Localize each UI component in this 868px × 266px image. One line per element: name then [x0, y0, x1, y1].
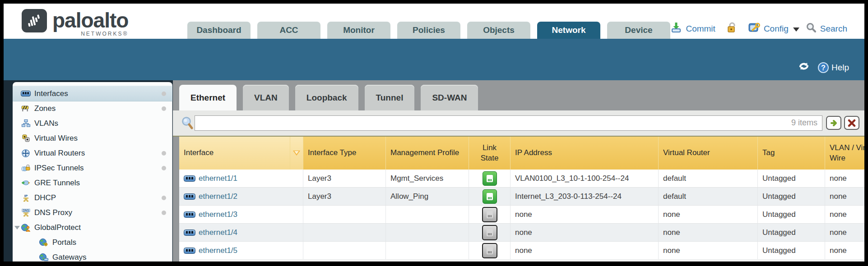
subtab-label: VLAN: [254, 93, 278, 103]
tab-acc[interactable]: ACC: [257, 22, 320, 39]
cell-management-profile: [386, 206, 469, 224]
sidebar-item-label: VLANs: [34, 119, 58, 128]
top-actions: Commit Config: [670, 22, 847, 36]
zones-icon: [21, 105, 31, 113]
commit-button[interactable]: Commit: [686, 24, 715, 34]
column-header-management-profile[interactable]: Management Profile: [386, 137, 469, 170]
sidebar-item-virtual-wires[interactable]: Virtual Wires: [13, 131, 172, 146]
table-row: ethernet1/2 Layer3 Allow_Ping Internet_L…: [179, 188, 864, 206]
cell-link-state: [469, 206, 511, 224]
interface-link[interactable]: ethernet1/1: [179, 170, 303, 188]
config-menu[interactable]: Config: [764, 24, 789, 34]
column-header-vlan-virtual-wire[interactable]: VLAN / Virtual Wire: [825, 137, 864, 170]
sidebar-item-ipsec-tunnels[interactable]: IPSec Tunnels: [13, 161, 172, 175]
cell-virtual-router: none: [659, 224, 758, 242]
dns-proxy-icon: DNS: [21, 209, 31, 217]
dhcp-icon: IP: [21, 194, 31, 202]
status-dot: [162, 196, 166, 200]
interface-link[interactable]: ethernet1/5: [179, 242, 303, 260]
table-row: ethernet1/1 Layer3 Mgmt_Services VLAN010…: [179, 170, 864, 188]
column-header-link-state[interactable]: Link State: [469, 137, 511, 170]
cell-interface-type: [303, 206, 386, 224]
search-icon[interactable]: [806, 22, 817, 35]
tab-label: Device: [625, 25, 652, 35]
filter-input-wrap: 9 items: [195, 115, 822, 131]
search-button[interactable]: Search: [820, 24, 847, 34]
link-state-down-icon[interactable]: [482, 207, 497, 222]
tab-sdwan[interactable]: SD-WAN: [421, 85, 478, 110]
config-icon[interactable]: [748, 22, 760, 36]
tab-loopback[interactable]: Loopback: [295, 85, 358, 110]
table-row: ethernet1/3 none none Untagged none: [179, 206, 864, 224]
cell-ip-address: VLAN0100_L3_10-1-100-254--24: [511, 170, 659, 188]
tab-ethernet[interactable]: Ethernet: [179, 85, 237, 110]
sidebar-item-vlans[interactable]: VLANs: [13, 116, 172, 131]
column-header-virtual-router[interactable]: Virtual Router: [659, 137, 758, 170]
sidebar-item-label: IPSec Tunnels: [34, 164, 84, 173]
refresh-icon[interactable]: [798, 61, 810, 74]
cell-virtual-router: none: [659, 206, 758, 224]
filter-input[interactable]: [198, 116, 783, 131]
interface-name: ethernet1/2: [199, 192, 237, 201]
sidebar-item-zones[interactable]: Zones: [13, 101, 172, 116]
sidebar-item-interfaces[interactable]: Interfaces: [13, 86, 172, 101]
tab-policies[interactable]: Policies: [397, 22, 460, 39]
config-caret-icon[interactable]: [793, 28, 799, 32]
filter-search-icon[interactable]: [181, 116, 194, 132]
tab-label: Network: [552, 25, 586, 35]
help-icon: ?: [817, 62, 829, 73]
clear-filter-button[interactable]: [844, 116, 859, 130]
column-label: Tag: [762, 148, 775, 158]
cell-tag: Untagged: [758, 170, 825, 188]
column-header-interface-type[interactable]: Interface Type: [303, 137, 386, 170]
virtual-routers-icon: [21, 149, 31, 157]
column-header-ip-address[interactable]: IP Address: [511, 137, 659, 170]
table-row: ethernet1/5 none none Untagged none: [179, 242, 864, 260]
interface-link[interactable]: ethernet1/3: [179, 206, 303, 224]
apply-filter-button[interactable]: [826, 116, 841, 130]
expander-icon[interactable]: [14, 226, 20, 229]
interface-link[interactable]: ethernet1/2: [179, 188, 303, 206]
tab-dashboard[interactable]: Dashboard: [187, 22, 251, 39]
column-header-tag[interactable]: Tag: [758, 137, 825, 170]
link-state-up-icon[interactable]: [483, 171, 497, 186]
lock-icon[interactable]: [726, 22, 737, 36]
tab-label: ACC: [279, 25, 298, 35]
svg-text:DNS: DNS: [23, 209, 29, 212]
cell-link-state: [469, 224, 511, 242]
link-state-down-icon[interactable]: [482, 225, 497, 240]
tab-network[interactable]: Network: [537, 22, 600, 39]
help-button[interactable]: ? Help: [817, 62, 849, 73]
tab-label: Dashboard: [196, 25, 241, 35]
link-state-down-icon[interactable]: [482, 243, 497, 258]
tab-tunnel[interactable]: Tunnel: [365, 85, 415, 110]
column-label: IP Address: [515, 148, 552, 158]
tab-monitor[interactable]: Monitor: [327, 22, 390, 39]
cell-management-profile: Allow_Ping: [386, 188, 469, 206]
interface-link[interactable]: ethernet1/4: [179, 224, 303, 242]
cell-management-profile: Mgmt_Services: [386, 170, 469, 188]
sidebar-item-gateways[interactable]: Gateways: [13, 250, 172, 261]
sidebar-item-gre-tunnels[interactable]: GRE Tunnels: [13, 175, 172, 190]
tab-vlan[interactable]: VLAN: [243, 85, 289, 110]
logo-networks: NETWORKS®: [81, 31, 128, 37]
column-header-interface[interactable]: Interface: [179, 137, 303, 170]
sidebar-item-globalprotect[interactable]: GlobalProtect: [13, 220, 172, 235]
tab-label: Objects: [483, 25, 515, 35]
tab-objects[interactable]: Objects: [467, 22, 530, 39]
column-menu-button[interactable]: [290, 137, 303, 170]
sidebar-item-dns-proxy[interactable]: DNS DNS Proxy: [13, 205, 172, 220]
ethernet-interface-icon: [184, 193, 195, 200]
cell-interface-type: [303, 224, 386, 242]
sidebar-item-portals[interactable]: Portals: [13, 235, 172, 250]
cell-link-state: [469, 242, 511, 260]
sidebar-item-label: DNS Proxy: [34, 208, 72, 217]
subtab-label: Tunnel: [376, 93, 404, 103]
sidebar-item-virtual-routers[interactable]: Virtual Routers: [13, 146, 172, 161]
commit-icon[interactable]: [670, 22, 682, 36]
sidebar-item-dhcp[interactable]: IP DHCP: [13, 190, 172, 205]
subtab-label: Loopback: [306, 93, 347, 103]
cell-interface-type: Layer3: [303, 188, 386, 206]
tab-device[interactable]: Device: [607, 22, 670, 39]
link-state-up-icon[interactable]: [483, 189, 497, 204]
